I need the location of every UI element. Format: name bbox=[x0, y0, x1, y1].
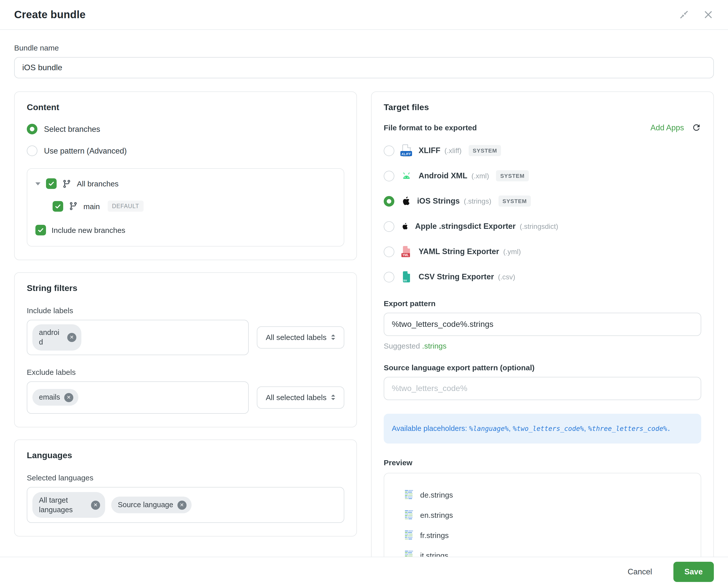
close-icon[interactable] bbox=[703, 9, 714, 20]
include-new-branches-checkbox[interactable] bbox=[35, 225, 46, 235]
exclude-labels-mode-dropdown[interactable]: All selected labels bbox=[256, 386, 344, 408]
format-row-csv[interactable]: csv CSV String Exporter (.csv) bbox=[384, 270, 701, 284]
format-ext: (.stringsdict) bbox=[520, 222, 558, 230]
radio-use-pattern[interactable]: Use pattern (Advanced) bbox=[27, 145, 344, 156]
remove-chip-icon[interactable]: ✕ bbox=[67, 333, 76, 342]
remove-chip-icon[interactable]: ✕ bbox=[91, 500, 100, 509]
chip-text: All target languages bbox=[39, 495, 87, 514]
preview-file-name: fr.strings bbox=[420, 531, 449, 539]
yaml-file-icon: YML bbox=[401, 245, 411, 258]
sort-arrows-icon bbox=[331, 335, 335, 340]
format-name: CSV String Exporter bbox=[419, 272, 494, 282]
bundle-name-input[interactable] bbox=[14, 57, 714, 78]
tree-row-all-branches: All branches bbox=[35, 178, 336, 189]
radio-selected-icon[interactable] bbox=[27, 124, 37, 134]
format-ext: (.xliff) bbox=[444, 146, 461, 155]
collapse-icon[interactable] bbox=[678, 9, 689, 20]
exclude-labels-input[interactable]: emails ✕ bbox=[27, 381, 249, 414]
placeholder-two-letters: %two_letters_code% bbox=[512, 425, 584, 432]
content-title: Content bbox=[27, 103, 344, 113]
placeholder-language: %language% bbox=[469, 425, 509, 432]
cancel-button[interactable]: Cancel bbox=[622, 563, 658, 580]
source-pattern-input[interactable] bbox=[384, 377, 701, 400]
bundle-name-label: Bundle name bbox=[14, 44, 714, 52]
suggested-strings-link[interactable]: .strings bbox=[422, 342, 447, 350]
radio-select-branches-label: Select branches bbox=[44, 125, 100, 134]
format-radio[interactable] bbox=[384, 246, 394, 257]
preview-label: Preview bbox=[384, 458, 701, 467]
note-prefix: Available placeholders: bbox=[392, 424, 467, 432]
csv-file-icon: csv bbox=[401, 271, 411, 283]
all-branches-label: All branches bbox=[77, 179, 119, 188]
format-row-ios-strings[interactable]: iOS Strings (.strings) SYSTEM bbox=[384, 194, 701, 208]
format-radio[interactable] bbox=[384, 271, 394, 282]
add-apps-link[interactable]: Add Apps bbox=[650, 123, 684, 132]
include-labels-mode-dropdown[interactable]: All selected labels bbox=[256, 326, 344, 349]
radio-select-branches[interactable]: Select branches bbox=[27, 124, 344, 134]
target-files-title: Target files bbox=[384, 103, 701, 113]
include-new-branches-label: Include new branches bbox=[52, 226, 125, 234]
format-name: iOS Strings bbox=[417, 196, 460, 206]
preview-file-row: de.strings bbox=[405, 489, 693, 500]
exclude-labels-label: Exclude labels bbox=[27, 368, 344, 376]
apple-icon bbox=[401, 196, 410, 206]
android-icon bbox=[401, 171, 411, 180]
selected-languages-input[interactable]: All target languages ✕ Source language ✕ bbox=[27, 487, 344, 523]
language-chip-source: Source language ✕ bbox=[111, 497, 191, 513]
remove-chip-icon[interactable]: ✕ bbox=[64, 393, 73, 402]
git-branch-icon bbox=[69, 202, 78, 211]
target-files-card: Target files File format to be exported … bbox=[371, 91, 714, 586]
format-radio[interactable] bbox=[384, 221, 394, 232]
radio-use-pattern-label: Use pattern (Advanced) bbox=[44, 146, 127, 155]
strings-file-icon bbox=[405, 530, 413, 540]
language-chip-all-target: All target languages ✕ bbox=[32, 492, 105, 518]
suggested-prefix: Suggested bbox=[384, 342, 420, 350]
format-radio-selected[interactable] bbox=[384, 196, 394, 206]
format-radio[interactable] bbox=[384, 145, 394, 156]
string-filters-card: String filters Include labels android ✕ … bbox=[14, 272, 357, 427]
branch-tree: All branches main DEFAULT bbox=[27, 168, 344, 246]
radio-unselected-icon[interactable] bbox=[27, 145, 37, 156]
strings-file-icon bbox=[405, 489, 413, 500]
format-row-stringsdict[interactable]: Apple .stringsdict Exporter (.stringsdic… bbox=[384, 219, 701, 233]
dropdown-value: All selected labels bbox=[266, 393, 327, 402]
include-labels-label: Include labels bbox=[27, 306, 344, 315]
format-row-android-xml[interactable]: Android XML (.xml) SYSTEM bbox=[384, 169, 701, 183]
remove-chip-icon[interactable]: ✕ bbox=[177, 500, 186, 509]
format-name: Apple .stringsdict Exporter bbox=[415, 222, 516, 231]
format-ext: (.xml) bbox=[472, 172, 489, 180]
preview-file-name: en.strings bbox=[420, 511, 453, 519]
xliff-file-icon: XLIFF bbox=[401, 144, 411, 157]
strings-file-icon bbox=[405, 510, 413, 520]
format-radio[interactable] bbox=[384, 170, 394, 181]
include-labels-input[interactable]: android ✕ bbox=[27, 320, 249, 355]
main-branch-label: main bbox=[83, 202, 100, 210]
tree-row-include-new: Include new branches bbox=[35, 225, 336, 235]
dialog-title: Create bundle bbox=[14, 8, 86, 21]
save-button[interactable]: Save bbox=[673, 561, 714, 582]
dialog-footer: Cancel Save bbox=[0, 557, 728, 586]
languages-title: Languages bbox=[27, 450, 344, 460]
all-branches-checkbox[interactable] bbox=[46, 178, 57, 189]
system-badge: SYSTEM bbox=[469, 145, 501, 156]
create-bundle-dialog: Create bundle Bundle name bbox=[0, 0, 728, 586]
content-card: Content Select branches Use pattern (Adv… bbox=[14, 91, 357, 260]
string-filters-title: String filters bbox=[27, 284, 344, 293]
chevron-down-icon[interactable] bbox=[35, 182, 41, 185]
placeholders-note: Available placeholders: %language%, %two… bbox=[384, 414, 701, 444]
main-branch-checkbox[interactable] bbox=[53, 201, 63, 211]
chip-text: emails bbox=[39, 393, 60, 402]
placeholder-three-letters: %three_letters_code% bbox=[588, 425, 667, 432]
label-chip-android: android ✕ bbox=[32, 324, 81, 350]
source-pattern-label: Source language export pattern (optional… bbox=[384, 363, 701, 372]
format-row-yaml[interactable]: YML YAML String Exporter (.yml) bbox=[384, 244, 701, 259]
preview-file-row: en.strings bbox=[405, 510, 693, 520]
export-pattern-input[interactable] bbox=[384, 313, 701, 336]
sort-arrows-icon bbox=[331, 395, 335, 400]
dialog-header: Create bundle bbox=[0, 0, 728, 30]
refresh-icon[interactable] bbox=[692, 123, 701, 132]
format-ext: (.csv) bbox=[498, 273, 515, 281]
export-pattern-label: Export pattern bbox=[384, 299, 701, 308]
format-row-xliff[interactable]: XLIFF XLIFF (.xliff) SYSTEM bbox=[384, 143, 701, 158]
format-name: YAML String Exporter bbox=[419, 247, 499, 256]
